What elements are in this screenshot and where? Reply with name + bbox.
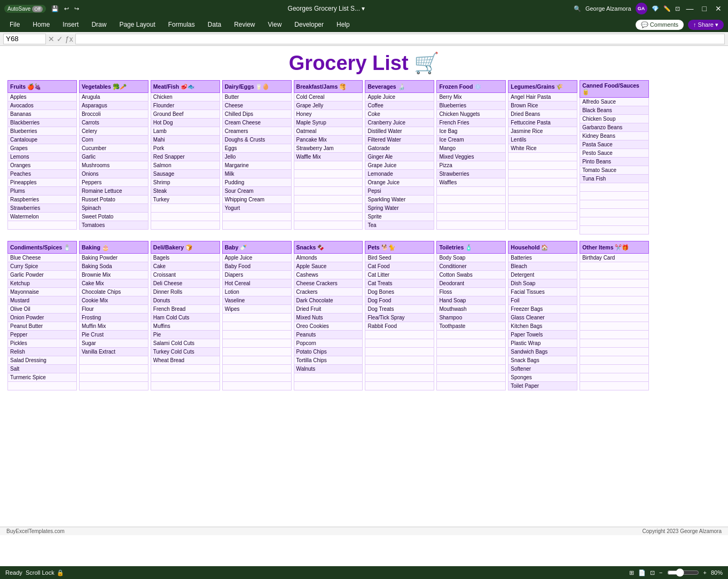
list-item[interactable]: Toothpaste (436, 322, 506, 331)
list-item[interactable]: Turkey Cold Cuts (151, 348, 220, 356)
list-item[interactable]: Alfredo Sauce (580, 98, 649, 106)
list-item[interactable]: Spinach (79, 204, 148, 213)
list-item[interactable]: Ice Bag (436, 127, 506, 136)
menu-formulas[interactable]: Formulas (163, 19, 200, 30)
list-item[interactable]: Bananas (7, 110, 77, 119)
list-item[interactable]: Cat Food (365, 262, 434, 271)
list-item[interactable]: Salmon (151, 161, 220, 170)
list-item[interactable]: Strawberries (7, 204, 77, 213)
list-item[interactable]: Angel Hair Pasta (508, 93, 577, 101)
list-item[interactable]: Batteries (508, 254, 577, 262)
list-item[interactable]: Freezer Bags (508, 305, 577, 314)
list-item[interactable]: Dark Chocolate (294, 296, 363, 305)
list-item[interactable]: Corn (79, 136, 148, 144)
list-item[interactable]: Cookie Mix (79, 296, 148, 305)
list-item[interactable]: Donuts (151, 296, 220, 305)
list-item[interactable]: Sweet Potato (79, 213, 148, 221)
list-item[interactable]: Apple Juice (365, 93, 434, 101)
list-item[interactable]: Paper Towels (508, 331, 577, 339)
redo-icon[interactable]: ↪ (74, 5, 79, 12)
list-item[interactable]: Tea (365, 221, 434, 230)
list-item[interactable]: Grape Jelly (294, 101, 363, 110)
list-item[interactable]: Jello (222, 153, 292, 161)
list-item[interactable]: Diapers (222, 271, 292, 279)
list-item[interactable]: Turmeric Spice (7, 373, 77, 382)
list-item[interactable]: Birthday Card (580, 254, 649, 262)
list-item[interactable]: Cheese Crackers (294, 279, 363, 288)
menu-page-layout[interactable]: Page Layout (114, 19, 160, 30)
list-item[interactable]: Flea/Tick Spray (365, 314, 434, 322)
list-item[interactable]: Grape Juice (365, 161, 434, 170)
list-item[interactable]: Lemons (7, 153, 77, 161)
list-item[interactable]: Muffins (151, 322, 220, 331)
search-icon[interactable]: 🔍 (574, 5, 581, 12)
list-item[interactable]: Sprite (365, 213, 434, 221)
list-item[interactable]: Pizza (436, 161, 506, 170)
list-item[interactable]: Sparkling Water (365, 195, 434, 204)
list-item[interactable]: Cold Cereal (294, 93, 363, 101)
list-item[interactable]: Wheat Bread (151, 356, 220, 365)
list-item[interactable]: Cashews (294, 271, 363, 279)
share-button[interactable]: ↑ Share ▾ (688, 20, 724, 30)
list-item[interactable]: Watermelon (7, 213, 77, 221)
list-item[interactable]: Coke (365, 110, 434, 119)
list-item[interactable]: Pie Crust (79, 331, 148, 339)
list-item[interactable]: Relish (7, 348, 77, 356)
list-item[interactable]: Arugula (79, 93, 148, 101)
menu-insert[interactable]: Insert (57, 19, 84, 30)
list-item[interactable]: Dog Food (365, 296, 434, 305)
list-item[interactable]: Distilled Water (365, 127, 434, 136)
list-item[interactable]: Lemonade (365, 170, 434, 178)
list-item[interactable]: Lentils (508, 136, 577, 144)
list-item[interactable]: Gatorade (365, 144, 434, 153)
list-item[interactable]: Sandwich Bags (508, 348, 577, 356)
list-item[interactable]: Ginger Ale (365, 153, 434, 161)
list-item[interactable]: Chicken Soup (580, 115, 649, 123)
list-item[interactable]: Avocados (7, 101, 77, 110)
list-item[interactable]: Strawberries (436, 170, 506, 178)
list-item[interactable]: Flour (79, 305, 148, 314)
list-item[interactable]: Pudding (222, 178, 292, 187)
list-item[interactable]: Chicken Nuggets (436, 110, 506, 119)
list-item[interactable]: Lamb (151, 127, 220, 136)
list-item[interactable]: Mahi (151, 136, 220, 144)
list-item[interactable]: Margarine (222, 161, 292, 170)
list-item[interactable]: Ham Cold Cuts (151, 314, 220, 322)
list-item[interactable]: Facial Tissues (508, 288, 577, 296)
list-item[interactable]: Ground Beef (151, 110, 220, 119)
list-item[interactable]: Waffles (436, 178, 506, 187)
list-item[interactable]: Mixed Nuts (294, 314, 363, 322)
list-item[interactable]: Apple Juice (222, 254, 292, 262)
list-item[interactable]: Dog Bones (365, 288, 434, 296)
list-item[interactable]: Plastic Wrap (508, 339, 577, 348)
list-item[interactable]: Vanilla Extract (79, 348, 148, 356)
list-item[interactable]: Maple Syrup (294, 119, 363, 127)
comments-button[interactable]: 💬 Comments (636, 20, 684, 30)
list-item[interactable]: Blackberries (7, 119, 77, 127)
list-item[interactable]: Oatmeal (294, 127, 363, 136)
list-item[interactable]: Mouthwash (436, 305, 506, 314)
list-item[interactable]: Garlic (79, 153, 148, 161)
list-item[interactable]: Shampoo (436, 314, 506, 322)
list-item[interactable]: Chocolate Chips (79, 288, 148, 296)
menu-help[interactable]: Help (331, 19, 355, 30)
list-item[interactable]: Pork (151, 144, 220, 153)
list-item[interactable]: Waffle Mix (294, 153, 363, 161)
list-item[interactable]: Romaine Lettuce (79, 187, 148, 195)
list-item[interactable]: French Bread (151, 305, 220, 314)
menu-review[interactable]: Review (229, 19, 260, 30)
list-item[interactable]: Pasta Sauce (580, 140, 649, 149)
list-item[interactable]: Body Soap (436, 254, 506, 262)
list-item[interactable]: Filtered Water (365, 136, 434, 144)
list-item[interactable]: Chilled Dips (222, 110, 292, 119)
list-item[interactable]: Ketchup (7, 279, 77, 288)
list-item[interactable]: Spring Water (365, 204, 434, 213)
list-item[interactable]: Blueberries (7, 127, 77, 136)
list-item[interactable]: Oranges (7, 161, 77, 170)
minimize-button[interactable]: — (684, 4, 696, 13)
list-item[interactable]: Cake Mix (79, 279, 148, 288)
list-item[interactable]: Sponges (508, 373, 577, 382)
save-icon[interactable]: 💾 (51, 5, 59, 12)
list-item[interactable]: Sausage (151, 170, 220, 178)
list-item[interactable]: Dog Treats (365, 305, 434, 314)
